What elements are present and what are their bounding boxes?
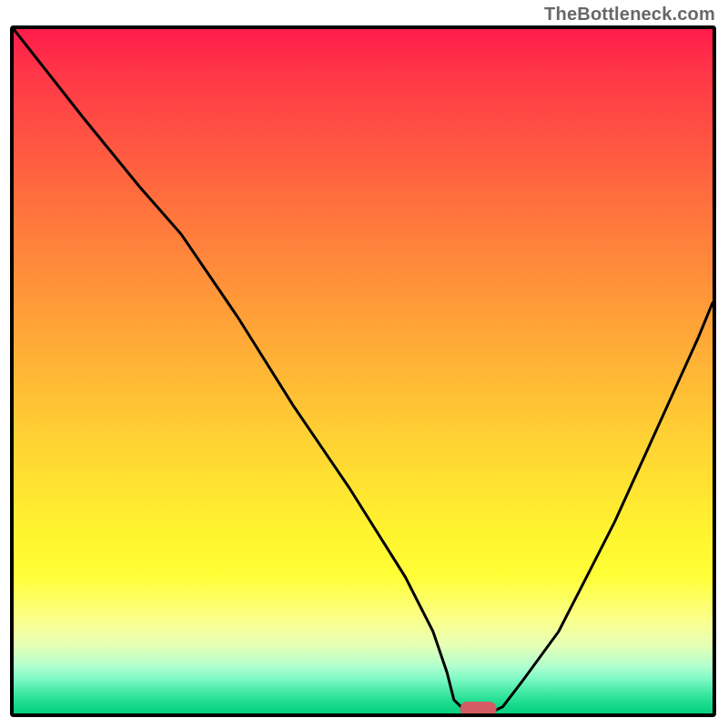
optimal-point-marker [460, 702, 497, 716]
bottleneck-curve [14, 29, 713, 713]
watermark-text: TheBottleneck.com [544, 4, 715, 25]
chart-frame [10, 25, 716, 717]
